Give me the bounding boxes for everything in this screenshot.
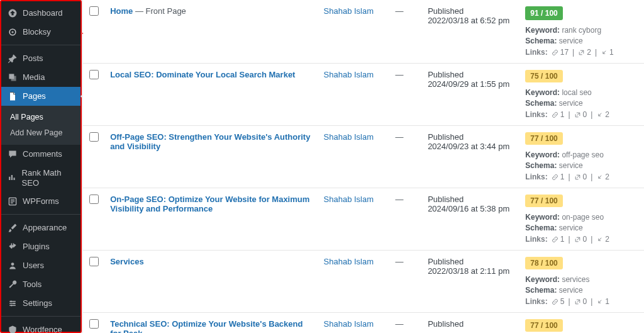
date-cell: Published2024/09/29 at 1:55 pm (423, 64, 520, 126)
author-link[interactable]: Shahab Islam (324, 195, 374, 204)
sidebar-item-settings[interactable]: Settings (1, 294, 80, 313)
external-links: 2 (578, 48, 591, 57)
row-checkbox[interactable] (89, 319, 99, 329)
row-checkbox[interactable] (89, 6, 99, 16)
sidebar-item-label: Posts (23, 54, 43, 64)
page-title-link[interactable]: Off-Page SEO: Strengthen Your Website's … (110, 132, 310, 151)
sidebar-item-appearance[interactable]: Appearance (1, 218, 80, 237)
plugin-icon (8, 242, 18, 252)
menu-separator (1, 313, 80, 317)
page-title-link[interactable]: Services (110, 257, 144, 266)
external-links: 0 (574, 297, 587, 306)
seo-keyword: Keyword: rank cyborg (525, 26, 639, 35)
external-links: 0 (574, 172, 587, 181)
seo-keyword: Keyword: on-page seo (525, 213, 639, 222)
shield-icon (8, 325, 18, 333)
internal-links: 17 (552, 48, 569, 57)
internal-links: 1 (552, 235, 565, 244)
table-row: Local SEO: Dominate Your Local Search Ma… (83, 64, 644, 126)
sidebar-item-wpforms[interactable]: WPForms (1, 192, 80, 211)
sidebar-item-blocksy[interactable]: Blocksy (1, 23, 80, 42)
page-title-link[interactable]: On-Page SEO: Optimize Your Website for M… (110, 195, 309, 213)
date-cell: Published2022/03/18 at 6:52 pm (423, 0, 520, 64)
table-row: Home — Front PageShahab Islam—Published2… (83, 0, 644, 64)
sidebar-item-dashboard[interactable]: Dashboard (1, 4, 80, 23)
page-title-link[interactable]: Home (110, 6, 133, 16)
page-title-link[interactable]: Technical SEO: Optimize Your Website's B… (110, 319, 303, 333)
date-cell: Published2024/09/23 at 3:44 pm (423, 126, 520, 188)
comments-cell: — (390, 126, 423, 188)
sidebar-item-label: Settings (23, 298, 52, 308)
svg-point-1 (11, 31, 13, 33)
sidebar-submenu: All PagesAdd New Page (1, 106, 80, 145)
blocksy-icon (8, 27, 18, 37)
sidebar-menu: DashboardBlocksyPostsMediaPagesAll Pages… (1, 1, 80, 333)
submenu-item-all-pages[interactable]: All Pages (1, 110, 80, 125)
media-icon (8, 72, 18, 82)
settings-icon (8, 298, 18, 308)
sidebar-item-label: Pages (23, 91, 46, 101)
seo-schema: Schema: service (525, 161, 639, 170)
svg-point-5 (13, 303, 14, 304)
sidebar-item-label: Tools (23, 279, 42, 290)
row-checkbox[interactable] (89, 70, 99, 79)
page-title-link[interactable]: Local SEO: Dominate Your Local Search Ma… (110, 70, 295, 79)
sidebar-item-label: Blocksy (23, 27, 51, 37)
incoming-links: 1 (601, 48, 614, 57)
seo-cell: 78 / 100Keyword: servicesSchema: service… (520, 251, 644, 313)
seo-keyword: Keyword: local seo (525, 88, 639, 97)
sidebar-item-wordfence[interactable]: Wordfence (1, 320, 80, 333)
seo-cell: 77 / 100Keyword: on-page seoSchema: serv… (520, 188, 644, 251)
sidebar-item-tools[interactable]: Tools (1, 275, 80, 294)
sidebar-item-plugins[interactable]: Plugins (1, 237, 80, 256)
sidebar-item-label: WPForms (23, 196, 59, 206)
date-timestamp: 2024/09/29 at 1:55 pm (428, 79, 515, 89)
comments-cell: — (390, 188, 423, 251)
sidebar-item-media[interactable]: Media (1, 68, 80, 87)
sidebar-item-label: Media (23, 72, 45, 82)
author-link[interactable]: Shahab Islam (324, 319, 374, 329)
row-checkbox[interactable] (89, 257, 99, 266)
internal-links: 1 (552, 110, 565, 119)
sidebar-item-label: Plugins (23, 242, 50, 252)
pages-table: Home — Front PageShahab Islam—Published2… (83, 0, 644, 333)
seo-links-row: Links:1|0|2 (525, 235, 639, 244)
sidebar-item-comments[interactable]: Comments (1, 145, 80, 164)
row-checkbox[interactable] (89, 132, 99, 142)
seo-score-badge: 75 / 100 (525, 70, 562, 82)
author-link[interactable]: Shahab Islam (324, 132, 374, 142)
seo-cell: 77 / 100Keyword: off-page seoSchema: ser… (520, 126, 644, 188)
table-row: On-Page SEO: Optimize Your Website for M… (83, 188, 644, 251)
brush-icon (8, 223, 18, 233)
author-link[interactable]: Shahab Islam (324, 6, 374, 16)
internal-links: 5 (552, 297, 565, 306)
incoming-links: 2 (596, 235, 609, 244)
seo-schema: Schema: service (525, 37, 639, 45)
pages-table-wrap: Home — Front PageShahab Islam—Published2… (83, 0, 644, 333)
date-status: Published (428, 257, 515, 266)
sidebar-item-label: Users (23, 261, 44, 271)
incoming-links: 2 (596, 110, 609, 119)
title-suffix: — Front Page (133, 6, 186, 16)
sidebar-item-posts[interactable]: Posts (1, 49, 80, 68)
user-icon (8, 261, 18, 271)
sidebar-item-label: Dashboard (23, 8, 63, 18)
seo-schema: Schema: service (525, 286, 639, 295)
seo-keyword: Keyword: services (525, 275, 639, 284)
sidebar-item-users[interactable]: Users (1, 256, 80, 275)
author-link[interactable]: Shahab Islam (324, 257, 374, 266)
sidebar-item-label: Comments (23, 149, 62, 159)
table-row: Off-Page SEO: Strengthen Your Website's … (83, 126, 644, 188)
date-cell: Published2022/03/18 at 2:11 pm (423, 251, 520, 313)
comments-cell: — (390, 0, 423, 64)
wrench-icon (8, 279, 18, 290)
submenu-item-add-new-page[interactable]: Add New Page (1, 125, 80, 141)
date-timestamp: 2024/09/23 at 3:44 pm (428, 142, 515, 151)
author-link[interactable]: Shahab Islam (324, 70, 374, 79)
seo-score-badge: 91 / 100 (525, 6, 562, 20)
seo-score-badge: 78 / 100 (525, 257, 562, 269)
sidebar-item-rank-math-seo[interactable]: Rank Math SEO (1, 164, 80, 192)
menu-separator (1, 42, 80, 45)
sidebar-item-pages[interactable]: Pages (1, 87, 80, 106)
row-checkbox[interactable] (89, 195, 99, 204)
